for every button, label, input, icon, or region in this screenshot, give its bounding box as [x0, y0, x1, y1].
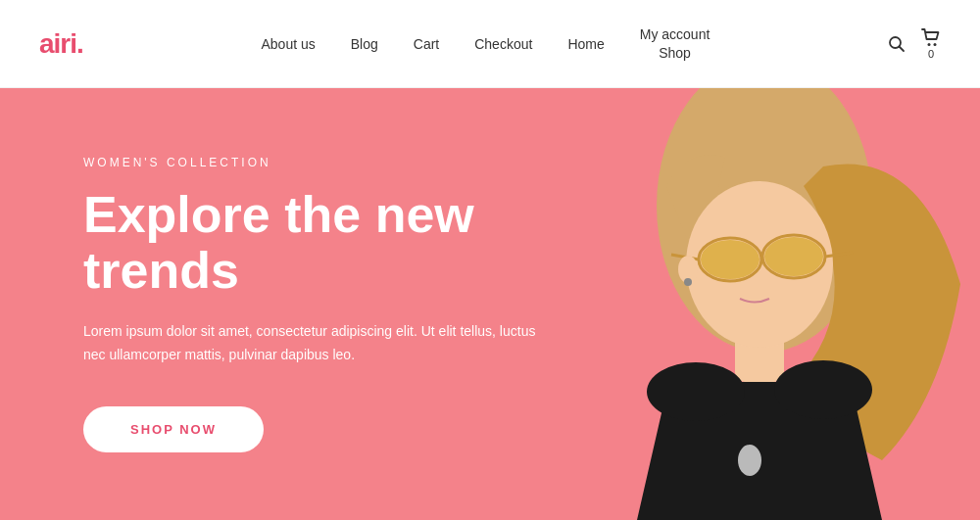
svg-point-15 — [774, 360, 872, 419]
svg-line-11 — [761, 257, 762, 260]
svg-point-10 — [764, 237, 823, 276]
nav-my-account-label: My account — [640, 25, 710, 43]
cart-button[interactable]: 0 — [921, 28, 941, 60]
main-nav: About us Blog Cart Checkout Home My acco… — [261, 25, 710, 61]
shop-now-button[interactable]: SHOP NOW — [83, 406, 264, 452]
svg-point-16 — [738, 445, 761, 476]
svg-point-18 — [684, 278, 692, 286]
svg-point-3 — [933, 43, 936, 46]
logo-dot: . — [76, 28, 83, 59]
nav-blog[interactable]: Blog — [351, 36, 378, 52]
hero-section: WOMEN'S COLLECTION Explore the new trend… — [0, 88, 980, 520]
search-button[interactable] — [888, 35, 906, 53]
cart-count: 0 — [928, 48, 934, 60]
hero-title: Explore the new trends — [83, 187, 588, 299]
site-header: airi. About us Blog Cart Checkout Home M… — [0, 0, 980, 88]
svg-line-1 — [899, 46, 904, 51]
header-icons: 0 — [888, 28, 941, 60]
svg-point-9 — [701, 240, 760, 279]
svg-point-14 — [647, 362, 745, 421]
nav-my-account-shop[interactable]: My account Shop — [640, 25, 710, 61]
site-logo[interactable]: airi. — [39, 28, 83, 60]
nav-checkout[interactable]: Checkout — [474, 36, 532, 52]
nav-shop-label: Shop — [659, 44, 691, 62]
hero-description: Lorem ipsum dolor sit amet, consectetur … — [83, 320, 544, 367]
nav-home[interactable]: Home — [567, 36, 604, 52]
logo-text: airi — [39, 28, 76, 59]
nav-cart[interactable]: Cart — [414, 36, 439, 52]
search-icon — [888, 35, 906, 53]
svg-point-2 — [927, 43, 930, 46]
cart-icon — [921, 28, 941, 48]
nav-about-us[interactable]: About us — [261, 36, 315, 52]
hero-subtitle: WOMEN'S COLLECTION — [83, 156, 588, 169]
hero-content: WOMEN'S COLLECTION Explore the new trend… — [0, 156, 588, 452]
